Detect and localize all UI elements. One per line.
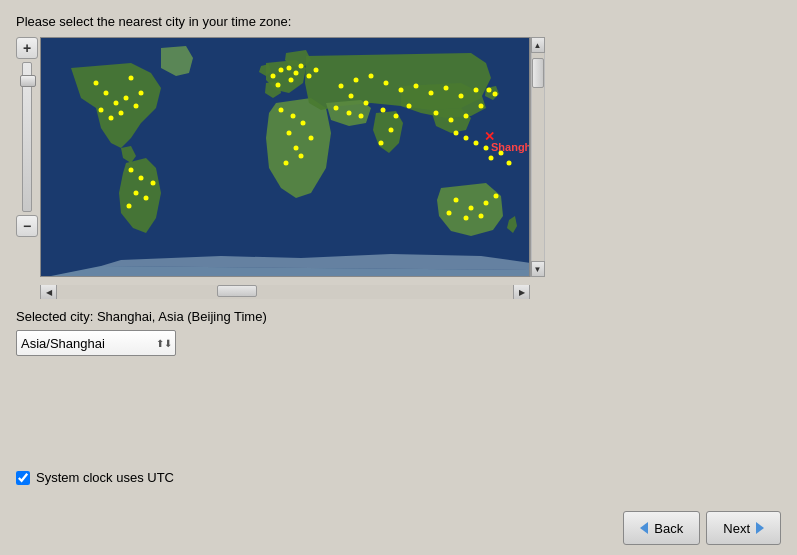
svg-point-73 (493, 92, 498, 97)
next-button[interactable]: Next (706, 511, 781, 545)
svg-point-20 (114, 101, 119, 106)
svg-point-50 (449, 118, 454, 123)
scroll-track-vertical (531, 53, 545, 261)
instruction-label: Please select the nearest city in your t… (16, 14, 781, 29)
svg-point-24 (124, 96, 129, 101)
svg-point-9 (314, 68, 319, 73)
svg-point-47 (394, 114, 399, 119)
svg-point-68 (484, 146, 489, 151)
svg-point-16 (299, 154, 304, 159)
svg-point-34 (339, 84, 344, 89)
svg-point-35 (354, 78, 359, 83)
svg-point-60 (484, 201, 489, 206)
svg-point-43 (474, 88, 479, 93)
world-map-svg: ✕ Shanghai (41, 38, 530, 277)
scroll-track-horizontal (57, 285, 513, 299)
scroll-thumb-vertical[interactable] (532, 58, 544, 88)
svg-point-48 (407, 104, 412, 109)
svg-point-31 (127, 204, 132, 209)
svg-point-32 (144, 196, 149, 201)
timezone-select[interactable]: Africa/Abidjan Africa/Accra Africa/Cairo… (16, 330, 176, 356)
svg-point-30 (134, 191, 139, 196)
svg-point-18 (94, 81, 99, 86)
svg-point-27 (129, 76, 134, 81)
svg-point-46 (381, 108, 386, 113)
back-arrow-icon (640, 522, 648, 534)
svg-point-22 (109, 116, 114, 121)
scroll-up-arrow[interactable]: ▲ (531, 37, 545, 53)
svg-point-66 (464, 136, 469, 141)
svg-point-62 (464, 216, 469, 221)
selected-city-label: Selected city: Shanghai, Asia (Beijing T… (16, 309, 781, 324)
svg-point-67 (474, 141, 479, 146)
svg-point-45 (364, 101, 369, 106)
svg-point-52 (479, 104, 484, 109)
timezone-select-wrapper[interactable]: Africa/Abidjan Africa/Accra Africa/Cairo… (16, 330, 176, 356)
svg-point-54 (379, 141, 384, 146)
svg-point-26 (139, 91, 144, 96)
zoom-in-button[interactable]: + (16, 37, 38, 59)
svg-point-13 (287, 131, 292, 136)
map-container: + − (16, 37, 781, 277)
svg-point-12 (301, 121, 306, 126)
svg-point-72 (487, 88, 492, 93)
svg-point-61 (479, 214, 484, 219)
utc-checkbox[interactable] (16, 471, 30, 485)
svg-point-55 (334, 106, 339, 111)
svg-point-14 (294, 146, 299, 151)
svg-point-11 (291, 114, 296, 119)
svg-point-57 (359, 114, 364, 119)
svg-point-28 (129, 168, 134, 173)
scroll-left-arrow[interactable]: ◀ (41, 285, 57, 299)
svg-point-36 (369, 74, 374, 79)
zoom-controls: + − (16, 37, 38, 237)
svg-point-19 (104, 91, 109, 96)
svg-point-10 (279, 108, 284, 113)
map-wrapper[interactable]: ✕ Shanghai (40, 37, 530, 277)
svg-point-51 (464, 114, 469, 119)
navigation-buttons: Back Next (623, 511, 781, 545)
svg-point-59 (469, 206, 474, 211)
svg-point-41 (444, 86, 449, 91)
svg-point-4 (294, 71, 299, 76)
utc-checkbox-label[interactable]: System clock uses UTC (36, 470, 174, 485)
svg-point-8 (307, 74, 312, 79)
svg-point-42 (459, 94, 464, 99)
svg-point-23 (99, 108, 104, 113)
scroll-right-arrow[interactable]: ▶ (513, 285, 529, 299)
svg-point-15 (284, 161, 289, 166)
svg-text:Shanghai: Shanghai (491, 141, 530, 153)
svg-point-6 (289, 78, 294, 83)
svg-point-3 (287, 66, 292, 71)
scroll-down-arrow[interactable]: ▼ (531, 261, 545, 277)
svg-point-29 (139, 176, 144, 181)
zoom-out-button[interactable]: − (16, 215, 38, 237)
svg-point-37 (384, 81, 389, 86)
svg-point-44 (349, 94, 354, 99)
svg-point-1 (271, 74, 276, 79)
svg-point-40 (429, 91, 434, 96)
svg-point-39 (414, 84, 419, 89)
svg-point-69 (489, 156, 494, 161)
svg-point-63 (494, 194, 499, 199)
scrollbar-right: ▲ ▼ (530, 37, 544, 277)
back-button-label: Back (654, 521, 683, 536)
next-button-label: Next (723, 521, 750, 536)
svg-point-53 (389, 128, 394, 133)
svg-point-17 (309, 136, 314, 141)
svg-point-64 (447, 211, 452, 216)
svg-point-38 (399, 88, 404, 93)
svg-point-49 (434, 111, 439, 116)
svg-point-71 (507, 161, 512, 166)
svg-point-33 (151, 181, 156, 186)
scroll-thumb-horizontal[interactable] (217, 285, 257, 297)
svg-point-56 (347, 111, 352, 116)
svg-point-25 (134, 104, 139, 109)
scrollbar-bottom: ◀ ▶ (40, 285, 530, 299)
zoom-slider-track (22, 62, 32, 212)
back-button[interactable]: Back (623, 511, 700, 545)
svg-point-21 (119, 111, 124, 116)
zoom-slider-thumb[interactable] (20, 75, 36, 87)
svg-point-65 (454, 131, 459, 136)
next-arrow-icon (756, 522, 764, 534)
